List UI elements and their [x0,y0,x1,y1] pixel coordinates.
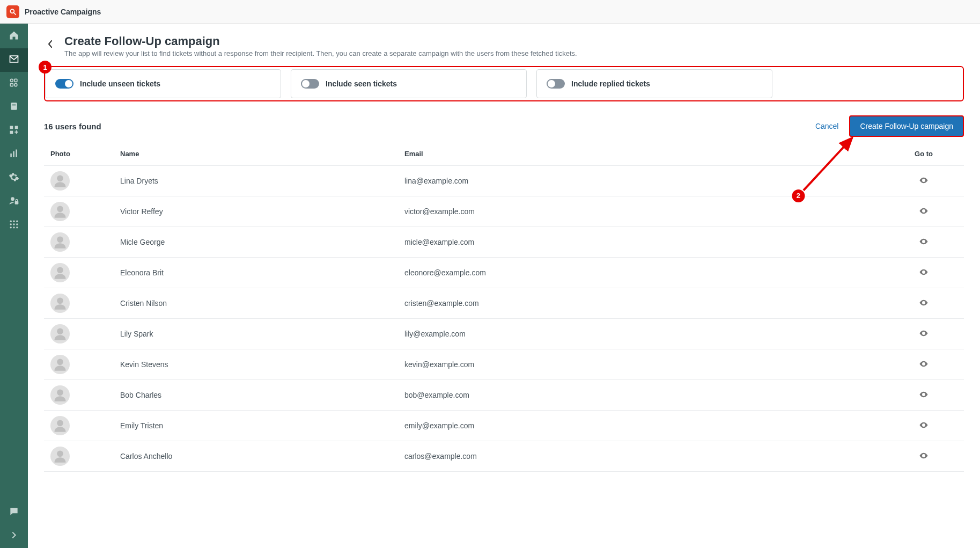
svg-point-29 [57,237,63,243]
user-lock-nav[interactable] [0,190,28,214]
user-name: Kevin Stevens [114,349,398,380]
column-goto: Go to [883,142,964,166]
avatar [50,263,70,282]
back-button[interactable] [44,38,57,50]
mail-nav[interactable] [0,48,28,72]
svg-point-26 [923,179,925,181]
table-row: Victor Reffeyvictor@example.com [44,196,964,227]
goto-button[interactable] [919,390,929,399]
bars-nav[interactable] [0,143,28,166]
svg-point-20 [13,223,14,225]
create-followup-button[interactable]: Create Follow-Up campaign [849,115,964,137]
user-lock-icon [9,195,19,208]
grid-nav[interactable] [0,214,28,237]
app-header: Proactive Campaigns [0,0,980,24]
avatar [50,171,70,191]
user-email: cristen@example.com [398,288,883,319]
user-email: micle@example.com [398,227,883,258]
svg-rect-10 [10,131,13,134]
svg-point-23 [13,226,14,228]
table-row: Lily Sparklily@example.com [44,319,964,349]
app-logo-icon [6,5,19,18]
user-email: carlos@example.com [398,441,883,472]
goto-button[interactable] [919,451,929,461]
column-name: Name [114,142,398,166]
user-name: Lily Spark [114,319,398,349]
svg-rect-9 [15,126,18,129]
user-email: lina@example.com [398,166,883,196]
callout-badge-1: 1 [39,61,51,74]
cancel-button[interactable]: Cancel [815,122,839,130]
avatar [50,447,70,466]
user-name: Bob Charles [114,380,398,411]
avatar [50,232,70,252]
toggle-switch[interactable] [55,79,73,89]
book-nav[interactable] [0,96,28,119]
toggle-group: 1 Include unseen ticketsInclude seen tic… [44,66,964,101]
users-table: Photo Name Email Go to Lina Dryetslina@e… [44,142,964,472]
gear-nav[interactable] [0,166,28,190]
avatar [50,416,70,435]
svg-rect-12 [13,151,14,157]
user-name: Eleonora Brit [114,258,398,288]
goto-button[interactable] [919,206,929,216]
svg-point-38 [923,363,925,364]
chevron-right-icon [10,531,18,542]
shapes-nav[interactable] [0,72,28,96]
svg-point-5 [14,84,17,86]
user-email: victor@example.com [398,196,883,227]
toggle-label: Include replied tickets [571,79,650,88]
svg-point-32 [923,271,925,273]
toggle-card: Include unseen tickets [45,69,281,98]
svg-point-43 [57,451,63,457]
apps-nav[interactable] [0,119,28,143]
goto-button[interactable] [919,359,929,369]
avatar [50,355,70,374]
svg-point-40 [923,393,925,395]
svg-rect-4 [10,84,13,86]
goto-button[interactable] [919,420,929,430]
svg-point-37 [57,359,63,366]
goto-button[interactable] [919,267,929,277]
svg-point-39 [57,390,63,396]
svg-point-24 [16,226,18,228]
chat-nav[interactable] [0,501,28,524]
toggle-card: Include replied tickets [536,69,772,98]
svg-point-30 [923,240,925,242]
chat-icon [9,506,19,519]
svg-point-33 [57,298,63,304]
user-name: Emily Tristen [114,411,398,441]
svg-point-17 [13,221,14,222]
goto-button[interactable] [919,176,929,185]
user-email: bob@example.com [398,380,883,411]
app-name: Proactive Campaigns [25,8,101,16]
svg-rect-6 [11,103,17,109]
chevron-right-nav[interactable] [0,524,28,548]
toggle-label: Include seen tickets [326,79,397,88]
toggle-switch[interactable] [301,79,319,89]
goto-button[interactable] [919,328,929,338]
bars-icon [9,148,19,161]
user-name: Carlos Anchello [114,441,398,472]
table-row: Bob Charlesbob@example.com [44,380,964,411]
column-email: Email [398,142,883,166]
svg-point-16 [10,221,12,222]
avatar [50,385,70,405]
goto-button[interactable] [919,298,929,308]
toggle-switch[interactable] [547,79,565,89]
goto-button[interactable] [919,237,929,246]
sidebar [0,24,28,548]
table-row: Micle Georgemicle@example.com [44,227,964,258]
svg-rect-7 [12,105,16,106]
toggle-label: Include unseen tickets [80,79,160,88]
svg-point-44 [923,455,925,456]
home-nav[interactable] [0,25,28,48]
svg-point-35 [57,328,63,335]
user-email: emily@example.com [398,411,883,441]
table-row: Carlos Anchellocarlos@example.com [44,441,964,472]
user-name: Cristen Nilson [114,288,398,319]
results-count: 16 users found [44,122,101,131]
svg-point-25 [57,176,63,182]
svg-point-27 [57,206,63,213]
user-email: eleonore@example.com [398,258,883,288]
